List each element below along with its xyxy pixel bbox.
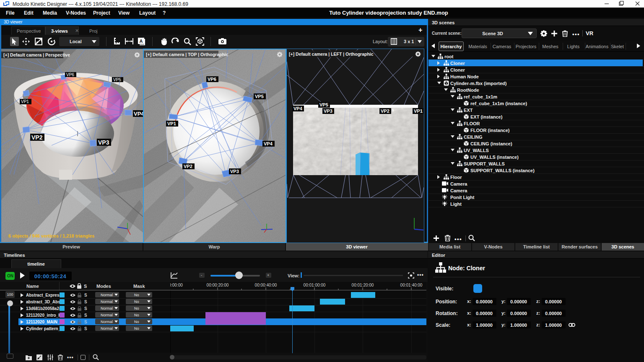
- svg-text:VP3: VP3: [98, 139, 109, 146]
- svg-text:VP6: VP6: [208, 77, 216, 82]
- svg-text:[+] Default camera | LEFT | Or: [+] Default camera | LEFT | Orthographic: [289, 52, 374, 57]
- svg-text:VP3: VP3: [230, 169, 239, 174]
- svg-text:VP5: VP5: [113, 78, 121, 82]
- svg-text:VP1: VP1: [167, 121, 176, 126]
- svg-text:VP1: VP1: [414, 109, 423, 114]
- svg-text:[+] Default camera | Perspecti: [+] Default camera | Perspective: [3, 52, 70, 57]
- svg-text:5: 5: [392, 108, 394, 112]
- svg-text:VP5: VP5: [255, 94, 264, 99]
- svg-text:[+] Default camera | TOP | Ort: [+] Default camera | TOP | Orthographic: [146, 52, 229, 57]
- svg-text:VP4: VP4: [293, 106, 303, 111]
- svg-text:VP5: VP5: [319, 102, 328, 107]
- svg-text:VP2: VP2: [184, 164, 192, 169]
- svg-text:VP2: VP2: [31, 134, 43, 141]
- svg-text:6 objects / 946 vertices / 1,2: 6 objects / 946 vertices / 1,218 triangl…: [8, 233, 94, 238]
- svg-text:VP2: VP2: [381, 109, 390, 114]
- svg-text:VP6: VP6: [66, 72, 74, 77]
- svg-text:VP4: VP4: [134, 111, 143, 117]
- svg-text:VP3: VP3: [324, 109, 332, 114]
- svg-text:VP1: VP1: [21, 99, 29, 104]
- svg-text:VP4: VP4: [264, 141, 273, 146]
- svg-text:A: A: [140, 39, 143, 44]
